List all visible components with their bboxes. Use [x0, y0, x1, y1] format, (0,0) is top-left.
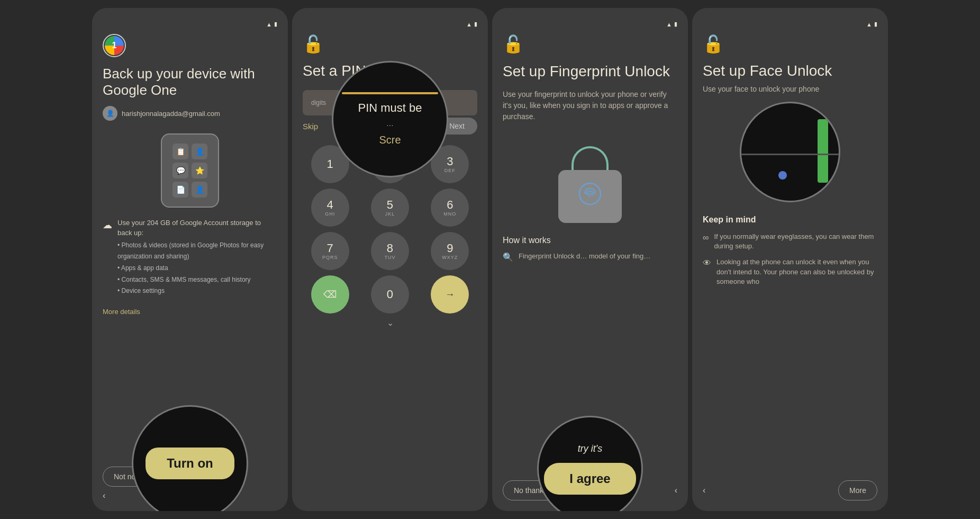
- lock-icon-s4: 🔓: [703, 34, 877, 54]
- battery-icon-s3: ▮: [674, 21, 677, 28]
- face-camera-circle: [740, 102, 840, 202]
- numpad-6[interactable]: 6 MNO: [431, 189, 469, 227]
- zoom-circle-s1: Turn on: [132, 405, 248, 511]
- s3-how-text: Fingerprint Unlock d… model of your fing…: [519, 252, 650, 261]
- icon-chat: 💬: [173, 163, 188, 178]
- icon-notes: 📋: [173, 144, 188, 159]
- fp-body: [558, 170, 622, 223]
- more-details-link[interactable]: More details: [103, 308, 277, 316]
- wifi-icon: ▲: [266, 21, 272, 28]
- battery-icon: ▮: [274, 21, 277, 28]
- eye-icon: 👁: [703, 258, 711, 268]
- s4-subtitle: Use your face to unlock your phone: [703, 85, 877, 93]
- s1-title: Back up your device with Google One: [103, 66, 277, 99]
- fp-shackle: [571, 146, 609, 173]
- icon-contacts: 👤: [192, 144, 207, 159]
- logo-number: 1: [112, 41, 117, 50]
- s4-mind-text-2: Looking at the phone can unlock it even …: [716, 257, 877, 287]
- zoom-circle-s2: PIN must be … Scre: [332, 61, 448, 177]
- wifi-icon-s2: ▲: [466, 21, 472, 28]
- numpad-9[interactable]: 9 WXYZ: [431, 232, 469, 270]
- battery-icon-s4: ▮: [874, 21, 877, 28]
- icon-star: ⭐: [192, 163, 207, 178]
- screen-3-fingerprint: ▲ ▮ 🔓 Set up Fingerprint Unlock Use your…: [492, 8, 688, 511]
- s4-title: Set up Face Unlock: [703, 62, 877, 79]
- numpad-8[interactable]: 8 TUV: [371, 232, 409, 270]
- zoom-pin-content: PIN must be … Scre: [333, 62, 447, 176]
- lock-icon-s3: 🔓: [503, 34, 677, 54]
- wifi-icon-s3: ▲: [666, 21, 672, 28]
- more-button[interactable]: More: [838, 480, 877, 500]
- numpad-0[interactable]: 0: [371, 275, 409, 314]
- s1-email-row: 👤 harishjonnalagadda@gmail.com: [103, 106, 277, 121]
- screens-container: ▲ ▮ 1 Back up your device with Google On…: [0, 0, 980, 519]
- s3-back-arrow[interactable]: ‹: [675, 486, 677, 495]
- phone-illustration: 📋 👤 💬 ⭐ 📄 👤: [161, 133, 219, 208]
- s2-chevron: ⌄: [303, 318, 477, 328]
- zoom-s3-partial-text: try it's: [578, 443, 602, 454]
- eyeglasses-icon: ∞: [703, 233, 709, 243]
- face-dot: [778, 171, 787, 180]
- s4-bottom: ‹ More: [703, 474, 877, 500]
- wifi-icon-s4: ▲: [866, 21, 872, 28]
- numpad-7[interactable]: 7 PQRS: [311, 232, 349, 270]
- user-avatar: 👤: [103, 106, 117, 121]
- fingerprint-how-icon: 🔍: [503, 252, 513, 262]
- status-bar-s2: ▲ ▮: [303, 19, 477, 34]
- icon-person2: 👤: [192, 182, 207, 198]
- google-one-logo: 1: [103, 34, 126, 57]
- s3-how-row: 🔍 Fingerprint Unlock d… model of your fi…: [503, 252, 677, 262]
- numpad-5[interactable]: 5 JKL: [371, 189, 409, 227]
- zoom-circle-s3: try it's I agree: [537, 416, 643, 511]
- s4-mind-text-1: If you normally wear eyeglasses, you can…: [714, 232, 877, 251]
- s4-back-arrow[interactable]: ‹: [703, 486, 705, 495]
- status-bar-s4: ▲ ▮: [703, 19, 877, 34]
- skip-button[interactable]: Skip: [303, 122, 318, 131]
- numpad-4[interactable]: 4 GHI: [311, 189, 349, 227]
- pin-error-bar: [342, 92, 438, 94]
- fingerprint-lock: [556, 144, 624, 223]
- s3-title: Set up Fingerprint Unlock: [503, 62, 677, 80]
- s1-storage-row: ☁ Use your 204 GB of Google Account stor…: [103, 218, 277, 297]
- phone-icons: 📋 👤 💬 ⭐ 📄 👤: [167, 138, 213, 203]
- lock-icon-s2: 🔓: [303, 34, 477, 54]
- zoom-pin-partial: …: [386, 119, 394, 128]
- screen-1-google-one: ▲ ▮ 1 Back up your device with Google On…: [92, 8, 288, 511]
- s1-bullets: • Photos & videos (stored in Google Phot…: [117, 240, 277, 297]
- numpad-enter[interactable]: →: [431, 275, 469, 314]
- s3-desc: Use your fingerprint to unlock your phon…: [503, 89, 677, 122]
- s4-mind-row-2: 👁 Looking at the phone can unlock it eve…: [703, 257, 877, 287]
- face-green-bar: [818, 119, 828, 183]
- icon-doc: 📄: [173, 182, 188, 198]
- s4-mind-row-1: ∞ If you normally wear eyeglasses, you c…: [703, 232, 877, 251]
- status-bar-s1: ▲ ▮: [103, 19, 277, 34]
- s1-email: harishjonnalagadda@gmail.com: [122, 110, 220, 118]
- turn-on-button[interactable]: Turn on: [146, 448, 234, 479]
- cloud-icon: ☁: [103, 219, 112, 231]
- screen-2-pin: ▲ ▮ 🔓 Set a PIN digits Skip Next 1 2 ABC…: [292, 8, 488, 511]
- numpad-backspace[interactable]: ⌫: [311, 275, 349, 314]
- battery-icon-s2: ▮: [474, 21, 477, 28]
- i-agree-button[interactable]: I agree: [544, 463, 636, 495]
- fingerprint-icon: [577, 181, 603, 212]
- google-one-logo-inner: 1: [105, 36, 124, 55]
- s1-storage-text: Use your 204 GB of Google Account storag…: [117, 218, 277, 237]
- s3-how-it-works: How it works: [503, 236, 677, 245]
- s4-keep-in-mind: Keep in mind: [703, 215, 877, 225]
- fingerprint-area: [503, 144, 677, 223]
- s2-pin-hint: digits: [311, 99, 326, 106]
- screen-4-face-unlock: ▲ ▮ 🔓 Set up Face Unlock Use your face t…: [692, 8, 888, 511]
- zoom-pin-subtext: Scre: [379, 134, 401, 146]
- zoom-s3-content: try it's I agree: [539, 417, 641, 511]
- face-h-bar: [741, 154, 839, 155]
- zoom-pin-text: PIN must be: [358, 101, 422, 116]
- status-bar-s3: ▲ ▮: [503, 19, 677, 34]
